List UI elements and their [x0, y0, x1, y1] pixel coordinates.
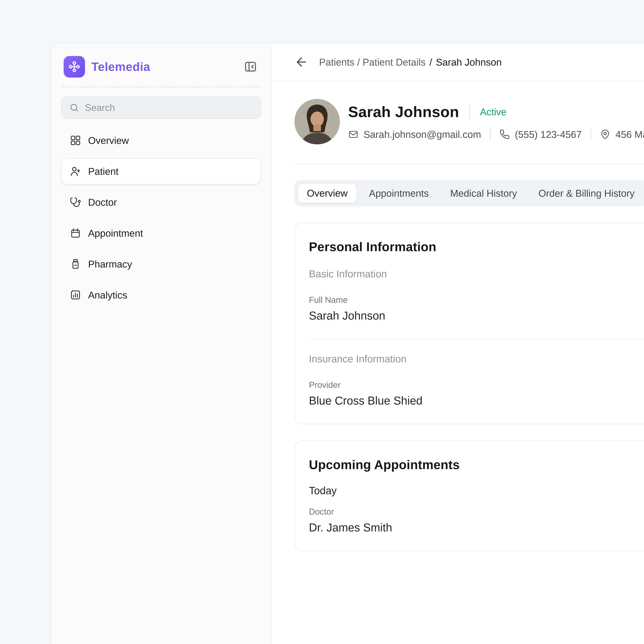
- sidebar-item-label: Pharmacy: [88, 259, 132, 270]
- panel-left-close-icon: [244, 60, 257, 74]
- field-label: Full Name: [309, 295, 644, 305]
- section-heading-insurance: Insurance Information: [309, 353, 644, 365]
- breadcrumb: Patients / Patient Details / Sarah Johns…: [319, 57, 502, 68]
- basic-info-grid: Full Name Sarah Johnson Date of Birth Ma…: [309, 295, 644, 322]
- tab-overview[interactable]: Overview: [298, 183, 357, 203]
- sidebar-item-overview[interactable]: Overview: [61, 127, 261, 154]
- pill-bottle-icon: [70, 258, 81, 270]
- personal-information-card: Personal Information Basic Information F…: [294, 223, 644, 424]
- mail-icon: [348, 129, 359, 140]
- appointment-grid: Doctor Dr. James Smith Specialty Neurolo…: [309, 507, 644, 534]
- sidebar-collapse-button[interactable]: [244, 59, 259, 74]
- breadcrumb-bar: Patients / Patient Details / Sarah Johns…: [272, 43, 644, 81]
- patient-email-item: Sarah.johnson@gmail.com: [348, 129, 481, 140]
- section-heading-basic: Basic Information: [309, 268, 644, 280]
- sidebar-item-label: Patient: [88, 166, 118, 177]
- stethoscope-icon: [70, 197, 81, 208]
- field-label: Doctor: [309, 507, 644, 516]
- card-title: Personal Information: [309, 240, 644, 254]
- patient-name: Sarah Johnson: [348, 103, 459, 121]
- sidebar-item-pharmacy[interactable]: Pharmacy: [61, 251, 261, 277]
- patient-contact-row: Sarah.johnson@gmail.com (555) 123-4567: [348, 129, 644, 140]
- contact-divider: [591, 129, 591, 140]
- telemedia-logo-icon: [64, 56, 85, 78]
- field-value: Dr. James Smith: [309, 521, 644, 534]
- patient-address-item: 456 Maple Avenue, Apt 3B, San Francisco,…: [600, 129, 644, 140]
- sidebar: Telemedia: [51, 43, 272, 644]
- sidebar-item-label: Analytics: [88, 289, 127, 301]
- logo-row: Telemedia: [61, 52, 261, 86]
- patient-header: Sarah Johnson Active Sarah.johnson@gmail…: [294, 99, 644, 164]
- search-box[interactable]: [61, 96, 261, 119]
- name-status-divider: [469, 105, 470, 119]
- main-content: Patients / Patient Details / Sarah Johns…: [272, 43, 644, 644]
- patient-phone-item: (555) 123-4567: [499, 129, 582, 140]
- upcoming-appointments-card: Upcoming Appointments Today Doctor Dr. J…: [294, 441, 644, 551]
- phone-icon: [499, 129, 510, 140]
- field-value: Blue Cross Blue Shied: [309, 394, 644, 407]
- field-provider: Provider Blue Cross Blue Shied: [309, 380, 644, 407]
- breadcrumb-separator: /: [429, 57, 432, 68]
- field-doctor: Doctor Dr. James Smith: [309, 507, 644, 534]
- breadcrumb-trail[interactable]: Patients / Patient Details: [319, 57, 426, 68]
- search-input[interactable]: [85, 102, 253, 113]
- avatar: [294, 99, 340, 144]
- sidebar-item-patient[interactable]: Patient: [61, 158, 261, 185]
- back-button[interactable]: [294, 55, 308, 69]
- sidebar-nav: Overview Patient: [61, 127, 261, 308]
- app-window: Telemedia: [50, 43, 644, 644]
- contact-divider: [490, 129, 491, 140]
- grid-icon: [70, 135, 81, 146]
- search-icon: [69, 103, 79, 113]
- patient-phone: (555) 123-4567: [515, 129, 582, 140]
- field-label: Provider: [309, 380, 644, 390]
- patient-header-info: Sarah Johnson Active Sarah.johnson@gmail…: [348, 103, 644, 140]
- tab-medical-history[interactable]: Medical History: [441, 183, 527, 203]
- patient-email: Sarah.johnson@gmail.com: [364, 129, 481, 140]
- sidebar-divider: [62, 86, 260, 87]
- arrow-left-icon: [294, 55, 308, 69]
- map-pin-icon: [600, 129, 610, 140]
- tab-order-billing-history[interactable]: Order & Billing History: [529, 183, 644, 203]
- insurance-info-grid: Provider Blue Cross Blue Shied Policy Nu…: [309, 380, 644, 407]
- field-value: Sarah Johnson: [309, 309, 644, 322]
- bar-chart-icon: [70, 289, 81, 301]
- patient-address: 456 Maple Avenue, Apt 3B, San Francisco,…: [615, 129, 644, 140]
- sidebar-item-analytics[interactable]: Analytics: [61, 282, 261, 308]
- tabs: Overview Appointments Medical History Or…: [294, 180, 644, 206]
- calendar-icon: [70, 227, 81, 239]
- content: Sarah Johnson Active Sarah.johnson@gmail…: [272, 81, 644, 644]
- sidebar-item-label: Overview: [88, 135, 129, 146]
- sidebar-item-doctor[interactable]: Doctor: [61, 189, 261, 216]
- card-title: Upcoming Appointments: [309, 457, 644, 472]
- sidebar-item-appointment[interactable]: Appointment: [61, 220, 261, 247]
- tab-appointments[interactable]: Appointments: [359, 183, 438, 203]
- status-badge: Active: [480, 106, 507, 117]
- sidebar-item-label: Appointment: [88, 228, 143, 239]
- brand-name: Telemedia: [91, 60, 237, 74]
- breadcrumb-current: Sarah Johnson: [436, 57, 502, 68]
- user-plus-icon: [70, 166, 81, 177]
- field-full-name: Full Name Sarah Johnson: [309, 295, 644, 322]
- sidebar-item-label: Doctor: [88, 197, 117, 208]
- card-divider: [309, 339, 644, 339]
- patient-name-row: Sarah Johnson Active: [348, 103, 644, 121]
- appointment-group-label: Today: [309, 485, 644, 497]
